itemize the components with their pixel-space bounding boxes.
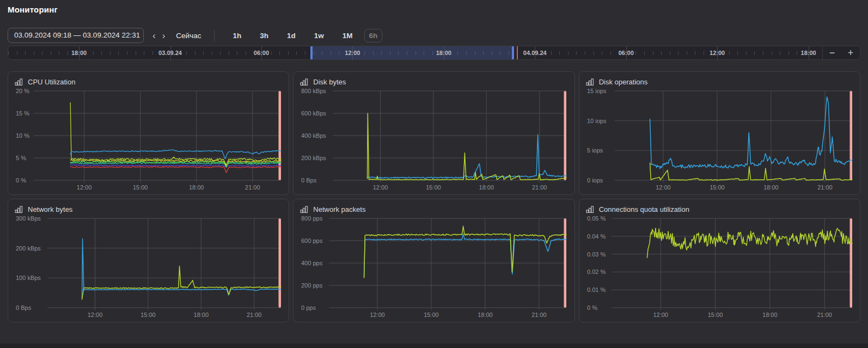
svg-text:15 iops: 15 iops	[587, 88, 607, 94]
timeline-tick-label: 18:00	[801, 50, 816, 56]
timeline-minor-tick	[296, 51, 297, 55]
timeline-minor-tick	[279, 51, 280, 55]
timeline-tick-label: 06:00	[619, 50, 634, 56]
svg-text:0.01 %: 0.01 %	[587, 286, 606, 293]
chart-header: Network bytes	[8, 199, 289, 214]
svg-text:21:00: 21:00	[532, 184, 547, 191]
timeline-selection[interactable]	[311, 46, 513, 59]
svg-text:400 pps: 400 pps	[301, 260, 323, 266]
svg-text:21:00: 21:00	[247, 312, 262, 318]
chart-canvas: 15 iops10 iops5 iops0 iops12:0015:0018:0…	[584, 87, 858, 193]
chart-canvas: 20 %15 %10 %5 %0 %12:0015:0018:0021:00	[13, 87, 286, 193]
range-button-1d[interactable]: 1d	[284, 31, 299, 40]
cpu-utilization-chart[interactable]: 20 %15 %10 %5 %0 %12:0015:0018:0021:00	[13, 87, 286, 195]
chart-header: Network packets	[294, 199, 574, 214]
svg-text:15:00: 15:00	[140, 312, 156, 318]
timeline-minor-tick	[594, 51, 594, 55]
svg-text:12:00: 12:00	[656, 184, 671, 191]
timeline-minor-tick	[797, 51, 797, 55]
timeline-minor-tick	[271, 51, 272, 55]
range-button-1w[interactable]: 1w	[311, 31, 327, 40]
svg-text:600 pps: 600 pps	[301, 237, 323, 244]
timeline-minor-tick	[576, 51, 577, 55]
next-interval-button[interactable]: ›	[159, 30, 169, 41]
timeline-minor-tick	[136, 51, 136, 55]
date-range-picker[interactable]: 03.09.2024 09:18 — 03.09.2024 22:31	[8, 28, 144, 43]
disk-bytes-chart[interactable]: 800 kBps600 kBps400 kBps200 kBps0 Bps12:…	[298, 87, 572, 195]
zoom-in-button[interactable]: +	[841, 46, 860, 59]
timeline-minor-tick	[288, 51, 289, 55]
timeline-tick-label: 03.09.24	[158, 50, 182, 56]
chart-title: Network packets	[313, 205, 365, 213]
timeline-scrubber[interactable]: 18:0003.09.2406:0012:0018:0004.09.2406:0…	[8, 46, 822, 59]
timeline-tick-label: 18:00	[436, 50, 451, 56]
zoom-out-button[interactable]: −	[823, 46, 841, 59]
svg-text:0 iops: 0 iops	[587, 177, 603, 184]
timeline-minor-tick	[229, 51, 229, 55]
svg-text:18:00: 18:00	[478, 312, 493, 318]
page-title: Мониторинг	[8, 5, 860, 14]
connections-quota-chart[interactable]: 0.05 %0.04 %0.03 %0.02 %0.01 %0 %12:0015…	[584, 214, 858, 322]
range-button-1M[interactable]: 1M	[339, 31, 356, 40]
chart-title: Connections quota utilization	[599, 205, 689, 213]
timeline-row: 18:0003.09.2406:0012:0018:0004.09.2406:0…	[8, 46, 860, 60]
timeline-minor-tick	[51, 51, 51, 55]
svg-text:18:00: 18:00	[763, 184, 779, 191]
svg-text:15:00: 15:00	[426, 184, 441, 191]
network-packets-chart[interactable]: 800 pps600 pps400 pps200 pps0 pps12:0015…	[298, 214, 572, 322]
timeline-minor-tick	[305, 51, 305, 55]
network-bytes-chart[interactable]: 300 kBps200 kBps100 kBps0 Bps12:0015:001…	[13, 214, 286, 322]
timeline-minor-tick	[101, 51, 102, 55]
svg-text:21:00: 21:00	[817, 184, 833, 191]
range-button-1h[interactable]: 1h	[229, 31, 244, 40]
svg-text:20 %: 20 %	[16, 88, 29, 94]
chart-panel: Network bytes 300 kBps200 kBps100 kBps0 …	[8, 199, 289, 322]
svg-text:10 iops: 10 iops	[587, 118, 607, 124]
chart-canvas: 800 kBps600 kBps400 kBps200 kBps0 Bps12:…	[298, 87, 572, 193]
range-button-3h[interactable]: 3h	[256, 31, 272, 40]
timeline-tick-label: 04.09.24	[523, 50, 547, 56]
now-button[interactable]: Сейчас	[173, 31, 204, 40]
timeline-minor-tick	[585, 51, 585, 55]
svg-text:15:00: 15:00	[707, 312, 723, 318]
chart-panel: CPU Utilization 20 %15 %10 %5 %0 %12:001…	[8, 71, 289, 195]
timeline-tick-label: 12:00	[345, 50, 360, 56]
timeline-minor-tick	[610, 51, 611, 55]
timeline-minor-tick	[635, 51, 636, 55]
timeline-now-marker	[517, 46, 518, 59]
svg-text:600 kBps: 600 kBps	[301, 110, 326, 117]
chart-panel: Disk bytes 800 kBps600 kBps400 kBps200 k…	[293, 71, 574, 195]
timeline-minor-tick	[246, 51, 246, 55]
svg-text:300 kBps: 300 kBps	[16, 215, 41, 222]
timeline-minor-tick	[644, 51, 645, 55]
svg-text:0.04 %: 0.04 %	[587, 233, 606, 240]
bar-chart-icon	[300, 78, 308, 86]
timeline-minor-tick	[237, 51, 237, 55]
svg-text:200 kBps: 200 kBps	[16, 245, 41, 252]
svg-text:200 kBps: 200 kBps	[301, 155, 326, 161]
timeline-minor-tick	[780, 51, 780, 55]
custom-range-button[interactable]: 6h	[364, 29, 383, 42]
prev-interval-button[interactable]: ‹	[149, 30, 159, 41]
timeline-minor-tick	[678, 51, 678, 55]
svg-text:5 iops: 5 iops	[587, 147, 603, 154]
timeline-minor-tick	[59, 51, 59, 55]
svg-text:0 Bps: 0 Bps	[16, 304, 32, 311]
svg-text:21:00: 21:00	[817, 312, 832, 318]
timeline-minor-tick	[687, 51, 687, 55]
svg-text:400 kBps: 400 kBps	[301, 132, 326, 139]
bar-chart-icon	[586, 205, 594, 213]
disk-operations-chart[interactable]: 15 iops10 iops5 iops0 iops12:0015:0018:0…	[584, 87, 858, 195]
svg-text:0 Bps: 0 Bps	[301, 177, 317, 184]
chart-panel: Disk operations 15 iops10 iops5 iops0 io…	[579, 71, 860, 195]
selection-start-handle[interactable]	[310, 46, 313, 59]
svg-text:100 kBps: 100 kBps	[16, 274, 41, 281]
timeline-minor-tick	[152, 51, 153, 55]
svg-text:12:00: 12:00	[653, 312, 668, 318]
timeline-minor-tick	[763, 51, 763, 55]
toolbar-divider	[214, 29, 215, 41]
timeline-minor-tick	[559, 51, 560, 55]
timeline-minor-tick	[551, 51, 552, 55]
selection-end-handle[interactable]	[512, 46, 514, 59]
chart-canvas: 300 kBps200 kBps100 kBps0 Bps12:0015:001…	[13, 214, 286, 321]
